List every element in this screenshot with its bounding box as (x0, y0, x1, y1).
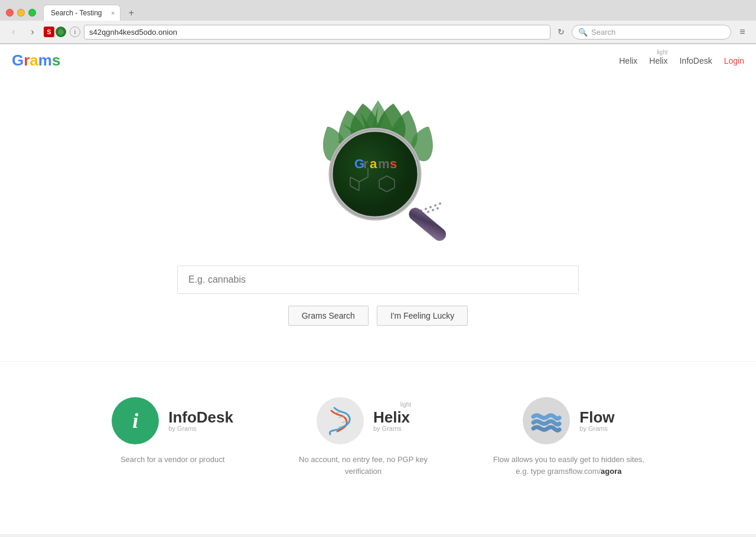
info-i-symbol: i (132, 408, 138, 433)
svg-point-30 (427, 211, 429, 213)
helix-light-label: light (657, 49, 667, 55)
infodesk-sub: by Grams (168, 425, 233, 432)
infodesk-name-group: InfoDesk by Grams (168, 410, 233, 432)
flow-description: Flow allows you to easily get to hidden … (493, 454, 644, 477)
browser-search-icon: 🔍 (578, 28, 588, 37)
tab-title: Search - Testing (51, 9, 102, 17)
svg-point-29 (422, 212, 425, 215)
infodesk-header: i InfoDesk by Grams (112, 397, 233, 444)
title-bar: Search - Testing × + (0, 0, 756, 21)
nav-infodesk-link[interactable]: InfoDesk (679, 56, 712, 66)
favicon-leaf (56, 27, 66, 37)
nav-helix-link[interactable]: Helix (619, 56, 637, 66)
nav-links: Helix light Helix InfoDesk Login (619, 56, 744, 66)
svg-point-25 (429, 206, 432, 208)
top-navigation: Grams Helix light Helix InfoDesk Login (0, 44, 756, 77)
close-window-button[interactable] (6, 9, 14, 17)
svg-point-32 (436, 207, 439, 209)
infodesk-icon: i (112, 397, 159, 444)
back-button[interactable]: ‹ (6, 24, 21, 40)
infodesk-name: InfoDesk (168, 410, 233, 425)
flow-name-group: Flow by Grams (579, 410, 614, 432)
svg-point-31 (432, 209, 434, 211)
hero-logo-image: G r a m s (284, 89, 472, 254)
helix-name: Helix (373, 410, 410, 425)
service-card-flow: Flow by Grams Flow allows you to easily … (493, 397, 644, 477)
helix-description: No account, no entry fee, no PGP key ver… (281, 454, 446, 477)
tab-bar: Search - Testing × + (43, 5, 750, 21)
logo-letter-a: a (30, 51, 38, 69)
svg-text:s: s (390, 156, 397, 171)
logo-letter-m: m (38, 51, 52, 69)
search-container: Grams Search I'm Feeling Lucky (177, 266, 579, 326)
nav-bar: ‹ › S i s42qgnh4kesd5odo.onion ↻ 🔍 Searc… (0, 21, 756, 44)
browser-menu-button[interactable]: ≡ (735, 24, 750, 40)
feeling-lucky-button[interactable]: I'm Feeling Lucky (377, 306, 468, 326)
forward-button[interactable]: › (25, 24, 40, 40)
address-bar: s42qgnh4kesd5odo.onion (84, 25, 550, 40)
search-buttons: Grams Search I'm Feeling Lucky (288, 306, 468, 326)
browser-chrome: Search - Testing × + ‹ › S i s42qgnh4kes… (0, 0, 756, 44)
service-card-helix: light Helix by Grams No account, no entr… (281, 397, 446, 477)
helix-name-group: light Helix by Grams (373, 410, 410, 432)
browser-search-placeholder: Search (591, 28, 615, 37)
search-input[interactable] (177, 266, 579, 294)
nav-helix-light-link[interactable]: Helix (649, 56, 667, 66)
flow-name: Flow (579, 410, 614, 425)
flow-icon (523, 397, 570, 444)
service-card-infodesk: i InfoDesk by Grams Search for a vendor … (112, 397, 233, 477)
address-text: s42qgnh4kesd5odo.onion (89, 28, 177, 37)
svg-point-23 (420, 209, 422, 212)
refresh-button[interactable]: ↻ (554, 25, 568, 39)
helix-light-badge: light (400, 401, 411, 408)
svg-line-33 (335, 412, 340, 413)
new-tab-button[interactable]: + (124, 5, 139, 21)
page-content: Grams Helix light Helix InfoDesk Login (0, 44, 756, 534)
browser-search-bar[interactable]: 🔍 Search (572, 25, 731, 40)
svg-point-28 (418, 214, 420, 217)
nav-helix-light-wrapper: light Helix (649, 56, 667, 66)
site-logo[interactable]: Grams (12, 51, 60, 70)
svg-rect-21 (406, 205, 449, 244)
flow-svg (529, 405, 564, 437)
helix-header: light Helix by Grams (317, 397, 410, 444)
bottom-services: i InfoDesk by Grams Search for a vendor … (0, 361, 756, 500)
svg-point-27 (439, 202, 441, 205)
favicon-s: S (44, 27, 54, 37)
flow-sub: by Grams (579, 425, 614, 432)
helix-icon (317, 397, 364, 444)
info-button[interactable]: i (70, 27, 80, 37)
logo-letter-r: r (24, 51, 30, 69)
hero-section: G r a m s (0, 77, 756, 349)
svg-text:a: a (370, 156, 377, 171)
active-tab[interactable]: Search - Testing × (43, 5, 120, 21)
flow-bold-word: agora (601, 467, 621, 476)
nav-login-link[interactable]: Login (724, 56, 744, 66)
svg-point-26 (434, 204, 436, 207)
infodesk-description: Search for a vendor or product (120, 454, 224, 466)
window-controls (6, 9, 36, 17)
svg-text:m: m (378, 156, 390, 171)
maximize-window-button[interactable] (28, 9, 36, 17)
grams-search-button[interactable]: Grams Search (288, 306, 369, 326)
hero-illustration: G r a m s (284, 89, 472, 248)
helix-svg (325, 405, 355, 437)
favicon-group: S (44, 27, 66, 37)
logo-letter-s: s (52, 51, 60, 69)
minimize-window-button[interactable] (17, 9, 25, 17)
infodesk-name-desk: Desk (197, 408, 233, 426)
logo-letter-g: G (12, 51, 24, 69)
tab-close-button[interactable]: × (111, 9, 115, 17)
svg-point-24 (425, 208, 427, 210)
svg-point-22 (415, 211, 418, 214)
flow-header: Flow by Grams (523, 397, 614, 444)
infodesk-name-info: Info (168, 408, 197, 426)
